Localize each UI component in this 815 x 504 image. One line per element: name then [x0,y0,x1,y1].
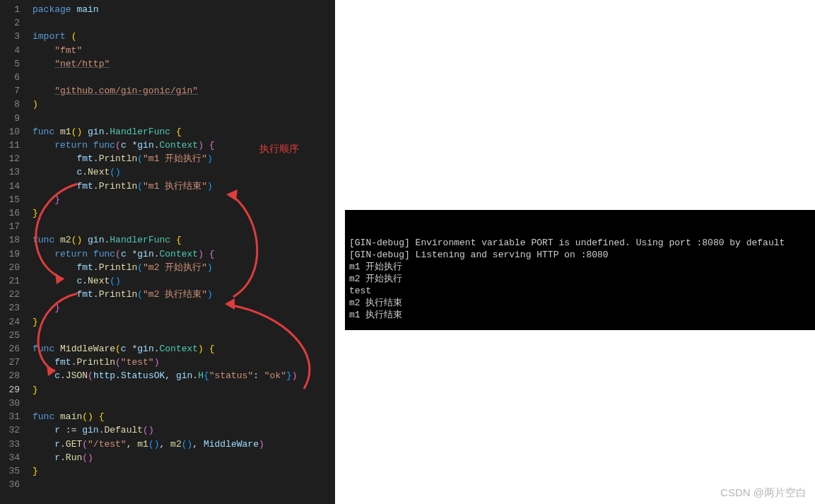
code-line[interactable]: fmt.Println("m1 开始执行") [33,152,298,165]
code-line[interactable]: c.Next() [33,165,298,179]
code-line[interactable]: import ( [33,30,298,43]
line-number: 36 [0,478,27,491]
line-number: 21 [0,274,27,288]
line-number: 32 [0,423,27,437]
code-line[interactable]: c.JSON(http.StatusOK, gin.H{"status": "o… [33,369,298,382]
terminal-line: m1 开始执行 [349,261,811,273]
line-number: 10 [0,125,27,139]
code-line[interactable]: return func(c *gin.Context) { [33,139,298,152]
code-line[interactable]: ) [33,98,298,111]
code-line[interactable]: func main() { [33,410,298,423]
line-number: 6 [0,71,27,84]
code-line[interactable]: "github.com/gin-gonic/gin" [33,84,298,98]
code-line[interactable]: c.Next() [33,274,298,288]
line-number: 8 [0,98,27,111]
line-number: 5 [0,57,27,71]
line-number: 4 [0,44,27,57]
line-number: 17 [0,220,27,233]
terminal-line: [GIN-debug] Environment variable PORT is… [349,237,811,249]
code-line[interactable] [33,71,298,84]
line-number: 15 [0,193,27,206]
terminal-line: test [349,285,811,297]
line-number: 26 [0,342,27,356]
terminal-line: m2 开始执行 [349,273,811,285]
code-line[interactable] [33,220,298,233]
code-line[interactable]: fmt.Println("m1 执行结束") [33,180,298,193]
code-line[interactable]: fmt.Println("m2 执行结束") [33,288,298,301]
code-line[interactable]: } [33,301,298,315]
line-number: 29 [0,383,27,397]
code-line[interactable]: func MiddleWare(c *gin.Context) { [33,342,298,356]
line-number: 18 [0,233,27,247]
line-number: 35 [0,464,27,478]
code-line[interactable]: } [33,193,298,206]
line-number: 7 [0,84,27,98]
line-number: 14 [0,180,27,193]
line-number-gutter: 1234567891011121314151617181920212223242… [0,0,27,491]
code-line[interactable] [33,397,298,410]
code-line[interactable]: "fmt" [33,44,298,57]
line-number: 34 [0,451,27,464]
code-line[interactable]: return func(c *gin.Context) { [33,247,298,261]
terminal-line: [GIN-debug] Listening and serving HTTP o… [349,249,811,261]
terminal-line: m2 执行结束 [349,297,811,309]
code-line[interactable]: } [33,383,298,397]
line-number: 30 [0,397,27,410]
line-number: 13 [0,165,27,179]
code-line[interactable]: package main [33,3,298,16]
code-line[interactable]: r.Run() [33,451,298,464]
code-line[interactable]: } [33,206,298,220]
line-number: 1 [0,3,27,16]
code-editor-panel: 1234567891011121314151617181920212223242… [0,0,335,504]
code-line[interactable]: } [33,464,298,478]
code-line[interactable]: fmt.Println("m2 开始执行") [33,261,298,274]
code-line[interactable]: r := gin.Default() [33,423,298,437]
line-number: 3 [0,30,27,43]
code-line[interactable]: func m2() gin.HandlerFunc { [33,233,298,247]
line-number: 20 [0,261,27,274]
code-line[interactable]: func m1() gin.HandlerFunc { [33,125,298,139]
code-line[interactable] [33,16,298,30]
line-number: 2 [0,16,27,30]
code-line[interactable] [33,112,298,125]
code-line[interactable]: r.GET("/test", m1(), m2(), MiddleWare) [33,438,298,451]
code-line[interactable] [33,478,298,491]
line-number: 25 [0,329,27,342]
code-line[interactable]: } [33,315,298,329]
line-number: 22 [0,288,27,301]
line-number: 27 [0,356,27,369]
line-number: 12 [0,152,27,165]
code-line[interactable] [33,329,298,342]
terminal-panel[interactable]: [GIN-debug] Environment variable PORT is… [345,210,815,330]
code-line[interactable]: fmt.Println("test") [33,356,298,369]
terminal-output: [GIN-debug] Environment variable PORT is… [349,237,811,321]
terminal-line: m1 执行结束 [349,309,811,321]
line-number: 23 [0,301,27,315]
line-number: 31 [0,410,27,423]
line-number: 11 [0,139,27,152]
line-number: 33 [0,438,27,451]
line-number: 16 [0,206,27,220]
line-number: 24 [0,315,27,329]
line-number: 19 [0,247,27,261]
code-area[interactable]: package main import ( "fmt" "net/http" "… [33,3,298,491]
annotation-label: 执行顺序 [259,143,299,156]
watermark: CSDN @两片空白 [720,486,807,500]
line-number: 28 [0,369,27,382]
line-number: 9 [0,112,27,125]
code-line[interactable]: "net/http" [33,57,298,71]
